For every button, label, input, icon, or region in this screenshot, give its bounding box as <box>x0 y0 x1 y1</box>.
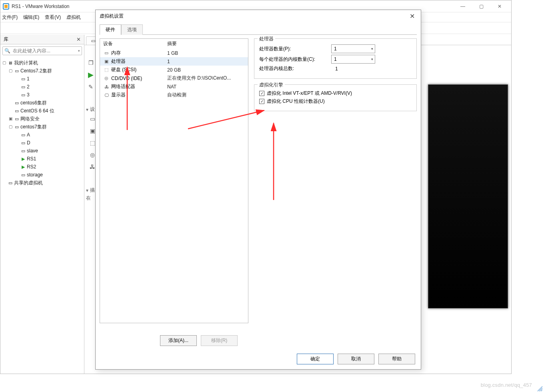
checkbox-checked-icon[interactable]: ✓ <box>259 99 264 104</box>
vm-icon: ▭ <box>20 132 26 138</box>
vm-icon: ▭ <box>20 84 26 90</box>
tree-centos6-cluster[interactable]: ▭centos6集群 <box>1 99 83 107</box>
checkbox-checked-icon[interactable]: ✓ <box>259 91 264 96</box>
dialog-tab-options[interactable]: 选项 <box>121 24 143 35</box>
search-input[interactable] <box>12 48 76 54</box>
library-close-icon[interactable]: ✕ <box>76 36 81 42</box>
tree-node-RS1[interactable]: ▶RS1 <box>1 155 83 163</box>
hw-row-processor[interactable]: ▣处理器 1 <box>100 57 248 66</box>
dialog-close-icon[interactable]: ✕ <box>407 12 417 20</box>
tree-node-A[interactable]: ▭A <box>1 131 83 139</box>
disk-icon: ⬚ <box>103 67 110 73</box>
total-cores-value: 1 <box>331 66 379 72</box>
menu-view[interactable]: 查看(V) <box>45 14 61 21</box>
dialog-title: 虚拟机设置 <box>100 13 124 20</box>
cores-label: 每个处理器的内核数量(C): <box>259 56 331 63</box>
vm-preview-thumbnail[interactable] <box>428 84 508 308</box>
menu-edit[interactable]: 编辑(E) <box>23 14 39 21</box>
cd-icon: ◎ <box>103 76 110 81</box>
processor-group: 处理器 处理器数量(P): 1▾ 每个处理器的内核数量(C): 1▾ 处理器内核… <box>254 38 417 79</box>
vm-icon: ▭ <box>20 92 26 98</box>
edit-settings-icon[interactable]: ✎ <box>87 83 95 91</box>
tree-shared-vms[interactable]: ▭共享的虚拟机 <box>1 179 83 187</box>
vm-icon: ▭ <box>20 172 26 178</box>
processor-settings-panel: 处理器 处理器数量(P): 1▾ 每个处理器的内核数量(C): 1▾ 处理器内核… <box>254 38 417 323</box>
tree-centos7-cluster[interactable]: ▢▭centos7集群 <box>1 123 83 131</box>
folder-icon: ▭ <box>14 100 20 106</box>
vm-icon: ▭ <box>20 140 26 146</box>
svg-rect-1 <box>4 5 8 8</box>
vm-settings-dialog: 虚拟机设置 ✕ 硬件 选项 设备 摘要 ▭内存 1 GB ▣处理器 1 ⬚硬盘 … <box>95 10 421 370</box>
tree-node-RS2[interactable]: ▶RS2 <box>1 163 83 171</box>
cancel-button[interactable]: 取消 <box>338 354 374 364</box>
hw-row-display[interactable]: 🖵显示器 自动检测 <box>100 91 248 99</box>
proc-count-label: 处理器数量(P): <box>259 46 331 52</box>
dialog-tab-hardware[interactable]: 硬件 <box>100 24 121 35</box>
virt-vtx-row[interactable]: ✓ 虚拟化 Intel VT-x/EPT 或 AMD-V/RVI(V) <box>259 90 412 97</box>
hw-row-memory[interactable]: ▭内存 1 GB <box>100 49 248 57</box>
tree-node-storage[interactable]: ▭storage <box>1 171 83 179</box>
nic-icon: 🖧 <box>103 84 110 90</box>
remove-hardware-button: 移除(R) <box>201 335 238 346</box>
processor-group-legend: 处理器 <box>258 36 275 42</box>
ok-button[interactable]: 确定 <box>297 354 334 364</box>
virt-vtx-label: 虚拟化 Intel VT-x/EPT 或 AMD-V/RVI(V) <box>267 90 352 97</box>
section-desc: ▾描 <box>86 187 95 194</box>
window-title: RS1 - VMware Workstation <box>12 4 454 9</box>
tree-node-slave[interactable]: ▭slave <box>1 147 83 155</box>
folder-icon: ▭ <box>14 116 20 122</box>
help-button[interactable]: 帮助 <box>378 354 415 364</box>
tree-node-D[interactable]: ▭D <box>1 139 83 147</box>
hw-row-cddvd[interactable]: ◎CD/DVD (IDE) 正在使用文件 D:\ISO\CentO... <box>100 74 248 82</box>
tree-centos72-cluster[interactable]: ▢▭Centos7.2集群 <box>1 67 83 75</box>
hardware-list: 设备 摘要 ▭内存 1 GB ▣处理器 1 ⬚硬盘 (SCSI) 20 GB ◎… <box>100 38 248 323</box>
library-tree: ▢🖥我的计算机 ▢▭Centos7.2集群 ▭1 ▭2 ▭3 ▭centos6集… <box>0 57 84 188</box>
virt-cpu-counters-row[interactable]: ✓ 虚拟化 CPU 性能计数器(U) <box>259 98 412 105</box>
resize-grip-icon[interactable] <box>536 385 543 392</box>
menu-file[interactable]: 文件(F) <box>2 14 18 21</box>
library-title: 库 <box>4 36 8 43</box>
menu-vm-truncated[interactable]: 虚拟机 <box>66 14 81 21</box>
minimize-button[interactable]: — <box>454 1 472 12</box>
total-cores-label: 处理器内核总数: <box>259 65 331 72</box>
vm-icon: ▭ <box>20 148 26 154</box>
library-search[interactable]: 🔍 ▾ <box>2 46 82 55</box>
vm-icon: ▭ <box>20 76 26 82</box>
display-icon: 🖵 <box>103 92 110 98</box>
close-button[interactable]: ✕ <box>490 1 509 12</box>
add-hardware-button[interactable]: 添加(A)... <box>160 335 197 346</box>
hw-row-network[interactable]: 🖧网络适配器 NAT <box>100 82 248 91</box>
vm-icon: ▭ <box>14 108 20 114</box>
vmware-icon <box>3 3 9 10</box>
folder-icon: ▭ <box>14 68 20 74</box>
play-icon[interactable]: ▶ <box>87 71 95 79</box>
section-at: 在 <box>86 195 91 202</box>
shared-icon: ▭ <box>7 180 13 186</box>
vm-running-icon: ▶ <box>20 156 26 162</box>
tree-node-2[interactable]: ▭2 <box>1 83 83 91</box>
watermark-text: blog.csdn.net/qq_457 <box>481 382 532 388</box>
tree-node-3[interactable]: ▭3 <box>1 91 83 99</box>
chevron-down-icon: ▾ <box>371 57 373 61</box>
cpu-icon: ▣ <box>103 59 110 64</box>
search-dropdown-icon[interactable]: ▾ <box>78 49 80 53</box>
col-device: 设备 <box>103 40 167 47</box>
search-icon: 🔍 <box>4 48 10 54</box>
virt-group-legend: 虚拟化引擎 <box>258 82 285 88</box>
tree-node-1[interactable]: ▭1 <box>1 75 83 83</box>
chevron-down-icon: ▾ <box>371 47 373 51</box>
tree-netsec[interactable]: ▣▭网络安全 <box>1 115 83 123</box>
windows-overlap-icon[interactable]: ❐ <box>87 59 95 67</box>
proc-count-combo[interactable]: 1▾ <box>331 44 375 53</box>
cores-combo[interactable]: 1▾ <box>331 55 375 64</box>
tree-centos6-64[interactable]: ▭CentOS 6 64 位 <box>1 107 83 115</box>
virt-cpu-label: 虚拟化 CPU 性能计数器(U) <box>267 98 325 105</box>
hw-row-disk[interactable]: ⬚硬盘 (SCSI) 20 GB <box>100 66 248 74</box>
maximize-button[interactable]: ▢ <box>472 1 490 12</box>
library-panel: 库 ✕ 🔍 ▾ ▢🖥我的计算机 ▢▭Centos7.2集群 ▭1 ▭2 ▭3 ▭… <box>0 35 84 374</box>
memory-icon: ▭ <box>103 50 110 56</box>
virtualization-engine-group: 虚拟化引擎 ✓ 虚拟化 Intel VT-x/EPT 或 AMD-V/RVI(V… <box>254 84 417 111</box>
section-settings: ▾设 <box>86 106 95 113</box>
vm-running-icon: ▶ <box>20 164 26 170</box>
tree-my-computer[interactable]: ▢🖥我的计算机 <box>1 59 83 67</box>
